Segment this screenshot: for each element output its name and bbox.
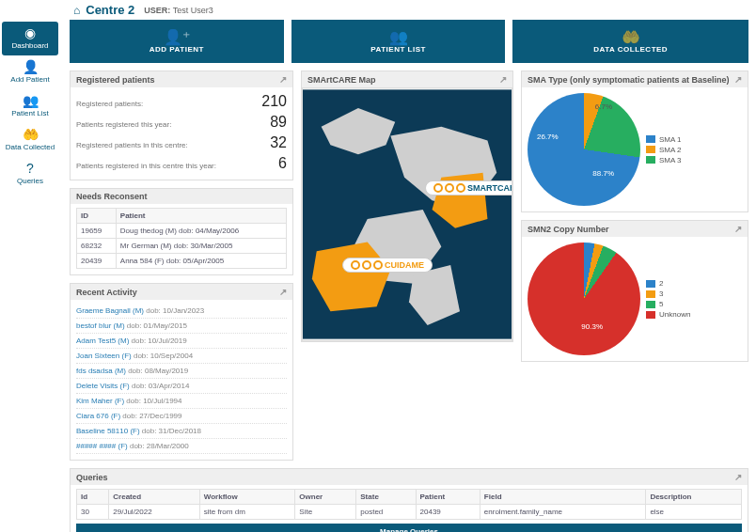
map-panel: SMArtCARE Map↗ SMARTCARE — [301, 70, 513, 342]
activity-item[interactable]: Joan Sixteen (F) dob: 10/Sep/2004 — [76, 349, 287, 364]
manage-queries-button[interactable]: Manage Queries — [76, 524, 742, 532]
panel-title: SMArtCARE Map — [307, 75, 376, 85]
smn2-pie: 90.3% — [528, 243, 640, 355]
dashboard-icon: ◉ — [4, 26, 56, 39]
queries-table: IdCreatedWorkflowOwner StatePatientField… — [76, 489, 742, 520]
add-patient-hero-icon: 👤⁺ — [164, 30, 190, 45]
activity-item[interactable]: fds dsadsa (M) dob: 08/May/2019 — [76, 364, 287, 379]
expand-icon[interactable]: ↗ — [734, 74, 742, 85]
panel-title: Needs Reconsent — [76, 192, 148, 201]
needs-reconsent-panel: Needs Reconsent IDPatient 19659Doug thed… — [70, 188, 293, 275]
table-row[interactable]: 20439Anna 584 (F) dob: 05/Apr/2005 — [77, 254, 287, 269]
hero-data-collected[interactable]: 🤲 DATA COLLECTED — [512, 20, 748, 63]
table-row[interactable]: 19659Doug thedog (M) dob: 04/May/2006 — [77, 224, 287, 239]
activity-item[interactable]: Ciara 676 (F) dob: 27/Dec/1999 — [76, 409, 287, 424]
activity-item[interactable]: Delete Visits (F) dob: 03/Apr/2014 — [76, 379, 287, 394]
expand-icon[interactable]: ↗ — [499, 74, 507, 85]
sidebar-item-label: Add Patient — [10, 75, 49, 84]
activity-item[interactable]: Adam Test5 (M) dob: 10/Jul/2019 — [76, 334, 287, 349]
expand-icon[interactable]: ↗ — [734, 472, 742, 482]
expand-icon[interactable]: ↗ — [279, 74, 287, 85]
registered-patients-panel: Registered patients↗ Registered patients… — [70, 70, 293, 180]
centre-icon: ⌂ — [73, 4, 80, 17]
activity-item[interactable]: Kim Maher (F) dob: 10/Jul/1994 — [76, 394, 287, 409]
sma-type-panel: SMA Type (only symptomatic patients at B… — [521, 70, 748, 212]
panel-title: SMN2 Copy Number — [528, 225, 609, 234]
hero-label: ADD PATIENT — [150, 45, 204, 54]
panel-title: Recent Activity — [76, 288, 137, 297]
sma-type-pie: 6.7% 26.7% 88.7% — [528, 93, 640, 206]
queries-icon: ? — [4, 162, 56, 175]
smn2-legend: 2 3 5 Unknown — [646, 277, 690, 321]
recent-activity-panel: Recent Activity↗ Graeme Bagnall (M) dob:… — [70, 283, 293, 461]
hero-add-patient[interactable]: 👤⁺ ADD PATIENT — [70, 20, 284, 63]
table-row[interactable]: 3029/Jul/2022site from dmSite posted2043… — [77, 505, 742, 520]
sidebar-item-label: Dashboard — [11, 41, 48, 50]
sidebar-item-label: Patient List — [11, 109, 49, 117]
sidebar-item-label: Data Collected — [6, 143, 55, 151]
activity-item[interactable]: bestof blur (M) dob: 01/May/2015 — [76, 319, 287, 334]
user-label: USER: Test User3 — [144, 6, 213, 15]
sidebar-item-patient-list[interactable]: 👥 Patient List — [2, 89, 58, 123]
sidebar-item-data-collected[interactable]: 🤲 Data Collected — [2, 123, 58, 157]
sidebar-item-label: Queries — [17, 177, 43, 185]
smn2-panel: SMN2 Copy Number↗ 90.3% 2 3 5 Unknown — [521, 220, 748, 362]
hero-patient-list[interactable]: 👥 PATIENT LIST — [291, 20, 506, 63]
expand-icon[interactable]: ↗ — [279, 287, 287, 297]
sidebar-item-dashboard[interactable]: ◉ Dashboard — [2, 22, 58, 55]
sma-type-legend: SMA 1 SMA 2 SMA 3 — [646, 133, 682, 166]
add-patient-icon: 👤 — [4, 60, 56, 73]
hero-label: DATA COLLECTED — [593, 45, 668, 54]
data-collected-hero-icon: 🤲 — [622, 30, 640, 45]
panel-title: Registered patients — [76, 75, 155, 85]
activity-item[interactable]: Graeme Bagnall (M) dob: 10/Jan/2023 — [76, 304, 287, 319]
activity-item[interactable]: ##### #### (F) dob: 28/Mar/2000 — [76, 439, 287, 454]
sidebar-item-add-patient[interactable]: 👤 Add Patient — [2, 55, 58, 89]
map-label-smartcare: SMARTCARE — [425, 180, 512, 196]
data-collected-icon: 🤲 — [4, 128, 56, 141]
panel-title: Queries — [76, 473, 108, 482]
reconsent-table: IDPatient 19659Doug thedog (M) dob: 04/M… — [76, 208, 287, 269]
hero-label: PATIENT LIST — [370, 45, 426, 54]
sidebar-item-queries[interactable]: ? Queries — [2, 157, 58, 191]
expand-icon[interactable]: ↗ — [734, 224, 742, 234]
table-row[interactable]: 68232Mr German (M) dob: 30/Mar/2005 — [77, 239, 287, 254]
activity-item[interactable]: Baseline 58110 (F) dob: 31/Dec/2018 — [76, 424, 287, 439]
patient-list-icon: 👥 — [4, 94, 56, 107]
queries-panel: Queries↗ IdCreatedWorkflowOwner StatePat… — [70, 468, 748, 532]
patient-list-hero-icon: 👥 — [389, 30, 408, 45]
panel-title: SMA Type (only symptomatic patients at B… — [528, 75, 730, 85]
sidebar: ◉ Dashboard 👤 Add Patient 👥 Patient List… — [0, 20, 60, 532]
centre-title: Centre 2 — [86, 3, 134, 17]
map-label-cuidame: CUIDAME — [342, 258, 433, 273]
map[interactable]: SMARTCARE CUIDAME — [302, 87, 512, 341]
